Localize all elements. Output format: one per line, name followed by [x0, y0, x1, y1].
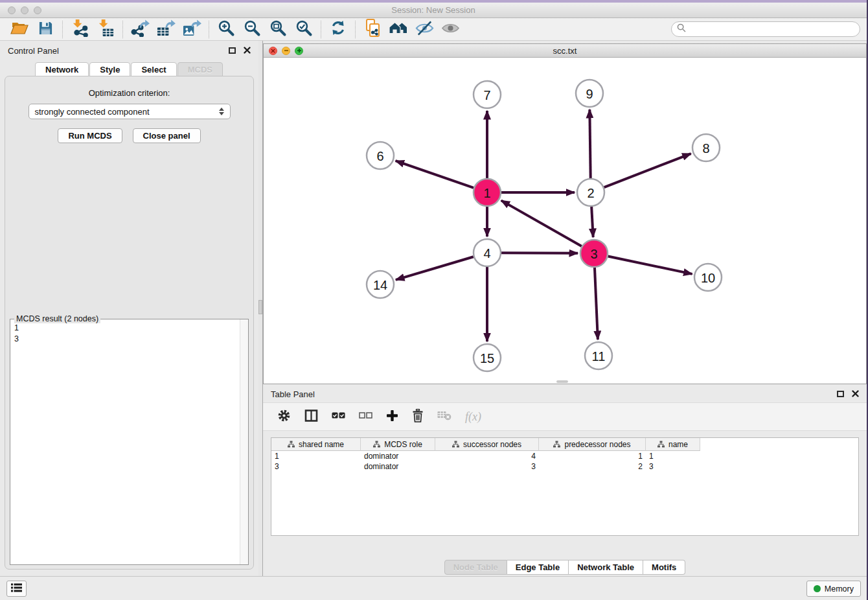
run-mcds-button[interactable]: Run MCDS	[58, 128, 122, 143]
refresh-view-button[interactable]	[325, 19, 351, 40]
graph-node-14[interactable]: 14	[367, 271, 394, 298]
graph-node-11[interactable]: 11	[585, 342, 612, 369]
export-image-icon	[182, 19, 201, 40]
panel-divider[interactable]	[258, 41, 263, 576]
import-network-button[interactable]	[67, 19, 93, 40]
divider-handle[interactable]	[258, 300, 262, 314]
tab-network[interactable]: Network	[35, 62, 89, 76]
column-header-predecessor-nodes[interactable]: predecessor nodes	[539, 438, 646, 451]
import-table-button[interactable]	[93, 19, 119, 40]
mcds-result-list[interactable]: 13	[10, 319, 248, 564]
zoom-fit-button[interactable]	[265, 19, 291, 40]
svg-text:10: 10	[701, 271, 715, 285]
result-scrollbar[interactable]	[240, 319, 248, 564]
graph-edge-1-6[interactable]	[396, 161, 474, 188]
memory-button[interactable]: Memory	[806, 581, 861, 597]
delete-column-button[interactable]	[412, 409, 424, 425]
open-session-button[interactable]	[6, 19, 32, 40]
minimize-window-button[interactable]	[21, 6, 29, 14]
task-history-button[interactable]	[6, 581, 27, 597]
graph-node-3[interactable]: 3	[580, 240, 608, 267]
close-panel-icon[interactable]	[244, 46, 251, 56]
control-panel-header: Control Panel	[0, 41, 258, 60]
save-session-button[interactable]	[32, 19, 58, 40]
column-header-MCDS-role[interactable]: MCDS role	[361, 438, 435, 451]
close-window-button[interactable]	[8, 6, 16, 14]
zoom-selected-button[interactable]	[291, 19, 317, 40]
tab-select[interactable]: Select	[131, 62, 176, 76]
maximize-network-button[interactable]	[295, 47, 303, 55]
home-button[interactable]	[385, 19, 411, 40]
column-header-shared-name[interactable]: shared name	[271, 438, 361, 451]
table-row[interactable]: 1dominator411	[271, 451, 858, 461]
toolbar-separator	[62, 21, 63, 38]
tab-motifs[interactable]: Motifs	[643, 560, 685, 575]
tab-style[interactable]: Style	[89, 62, 130, 76]
show-details-button[interactable]	[437, 19, 463, 40]
tab-node-table[interactable]: Node Table	[444, 560, 507, 575]
close-panel-button[interactable]: Close panel	[133, 128, 201, 143]
graph-edge-4-14[interactable]	[396, 257, 474, 280]
graph-node-1[interactable]: 1	[474, 179, 501, 206]
criterion-value: strongly connected component	[35, 107, 150, 117]
network-canvas[interactable]: 7968124314101511	[264, 58, 866, 384]
tab-edge-table[interactable]: Edge Table	[507, 560, 569, 575]
graph-node-7[interactable]: 7	[474, 81, 501, 108]
hide-details-button[interactable]	[411, 19, 437, 40]
cell: dominator	[361, 461, 435, 472]
cell: 1	[539, 451, 646, 461]
mcds-result-box: MCDS result (2 nodes) 13	[10, 319, 249, 565]
cell: 4	[435, 451, 539, 461]
export-image-button[interactable]	[179, 19, 205, 40]
search-box[interactable]	[671, 21, 860, 37]
close-network-button[interactable]	[269, 47, 277, 55]
minimize-network-button[interactable]	[282, 47, 290, 55]
graph-edge-2-9[interactable]	[589, 110, 590, 178]
float-table-panel-icon[interactable]	[837, 391, 844, 397]
graph-node-6[interactable]: 6	[367, 142, 394, 169]
graph-edge-4-3[interactable]	[501, 253, 578, 253]
export-table-icon	[156, 19, 176, 40]
select-all-button[interactable]	[332, 411, 345, 422]
svg-text:9: 9	[586, 87, 593, 101]
deselect-all-button[interactable]	[359, 411, 372, 422]
float-panel-icon[interactable]	[229, 47, 236, 54]
graph-edge-3-10[interactable]	[608, 257, 692, 274]
chevron-up-down-icon	[219, 108, 224, 115]
graph-node-4[interactable]: 4	[474, 239, 501, 266]
graph-node-10[interactable]: 10	[694, 264, 722, 291]
graph-node-8[interactable]: 8	[692, 134, 720, 161]
control-panel-title: Control Panel	[8, 46, 59, 56]
graph-edge-2-8[interactable]	[604, 154, 691, 187]
copy-network-button[interactable]	[360, 19, 385, 40]
tab-network-table[interactable]: Network Table	[569, 560, 643, 575]
export-network-button[interactable]	[127, 19, 153, 40]
graph-edge-3-11[interactable]	[595, 268, 598, 340]
graph-edge-3-1[interactable]	[501, 200, 582, 246]
column-header-name[interactable]: name	[646, 438, 700, 451]
tab-mcds[interactable]: MCDS	[177, 62, 223, 76]
zoom-window-button[interactable]	[34, 6, 41, 14]
graph-node-2[interactable]: 2	[577, 179, 604, 206]
svg-text:8: 8	[702, 141, 709, 156]
gear-button[interactable]	[277, 409, 291, 425]
zoom-in-button[interactable]	[213, 19, 239, 40]
zoom-out-button[interactable]	[239, 19, 265, 40]
search-input[interactable]	[689, 25, 854, 34]
graph-edge-2-3[interactable]	[591, 207, 593, 237]
table-row[interactable]: 3dominator323	[271, 461, 858, 472]
column-header-successor-nodes[interactable]: successor nodes	[435, 438, 539, 451]
column-tree-icon	[288, 441, 295, 448]
export-table-button[interactable]	[153, 19, 179, 40]
mcds-result-line: 3	[14, 334, 244, 345]
columns-button[interactable]	[304, 409, 318, 425]
node-table: shared nameMCDS rolesuccessor nodesprede…	[271, 437, 859, 536]
canvas-scrollbar-handle[interactable]	[556, 380, 568, 383]
criterion-select[interactable]: strongly connected component	[29, 104, 231, 119]
cell: dominator	[361, 451, 435, 461]
add-icon	[386, 410, 398, 424]
close-table-panel-icon[interactable]	[852, 389, 859, 399]
graph-node-15[interactable]: 15	[474, 344, 501, 371]
graph-node-9[interactable]: 9	[576, 80, 603, 107]
add-column-button[interactable]	[386, 410, 398, 424]
